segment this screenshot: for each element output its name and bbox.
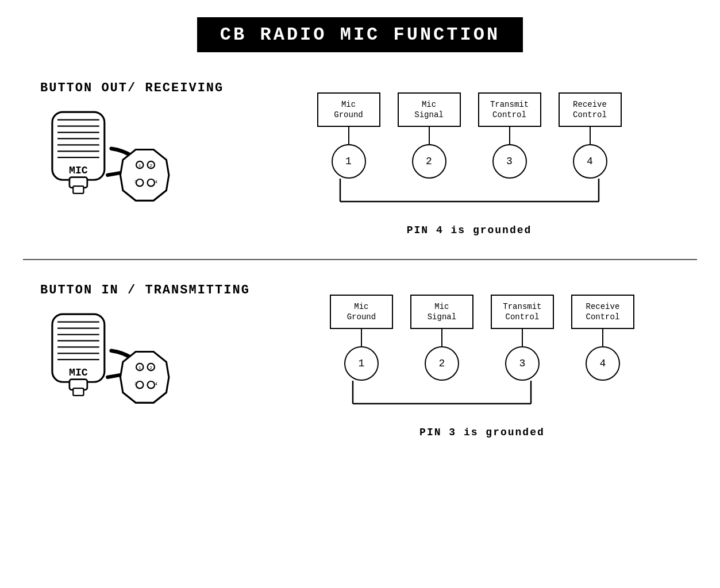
page-title-box: CB RADIO MIC FUNCTION	[197, 17, 523, 52]
svg-point-41	[148, 381, 155, 388]
s2-vline1	[330, 329, 393, 346]
section1-pin-labels-row: MicGround MicSignal TransmitControl Rece…	[317, 92, 622, 127]
svg-text:MIC: MIC	[69, 165, 88, 176]
section2-ground-svg-container	[284, 381, 680, 421]
section2-pin3-label: TransmitControl	[491, 295, 554, 329]
s2-vline4	[571, 329, 634, 346]
page-title: CB RADIO MIC FUNCTION	[220, 24, 500, 45]
svg-point-18	[148, 179, 155, 186]
section1-label: BUTTON OUT/ RECEIVING	[40, 81, 224, 95]
svg-text:MIC: MIC	[69, 367, 88, 378]
vline4	[559, 127, 622, 144]
svg-text:1: 1	[138, 163, 141, 168]
section1-pin2-label: MicSignal	[398, 92, 461, 127]
section2-ground-svg	[321, 381, 643, 421]
section1-mic-diagram: MIC 1 2 3	[40, 107, 178, 222]
section1-pin1-label: MicGround	[317, 92, 380, 127]
section2-pin2-circle: 2	[425, 346, 459, 381]
section1-pin2-circle: 2	[412, 144, 446, 179]
section2-circles-row: 1 2 3 4	[330, 346, 634, 381]
section2-pin4-label: ReceiveControl	[571, 295, 634, 329]
section2-pin3-circle: 3	[505, 346, 540, 381]
svg-rect-10	[73, 186, 83, 194]
section-2: BUTTON IN / TRANSMITTING MIC	[23, 277, 697, 455]
svg-text:4: 4	[155, 179, 157, 184]
section2-pin1-wrapper: 1	[330, 346, 393, 381]
section1-pin3-label: TransmitControl	[478, 92, 541, 127]
svg-point-40	[136, 381, 143, 388]
section1-ground-note: PIN 4 is grounded	[407, 225, 532, 236]
section2-pin3-wrapper: 3	[491, 346, 554, 381]
section1-pin4-wrapper: 4	[559, 144, 622, 179]
svg-text:4: 4	[155, 381, 157, 386]
section-1: BUTTON OUT/ RECEIVING MIC	[23, 75, 697, 253]
section2-pin2-label: MicSignal	[410, 295, 473, 329]
section2-mic-diagram: MIC 1 2 3 4	[40, 309, 178, 424]
section1-ground-svg	[309, 179, 630, 219]
vline1	[317, 127, 380, 144]
svg-rect-33	[73, 388, 83, 396]
section2-pin1-label: MicGround	[330, 295, 393, 329]
s2-vline2	[410, 329, 473, 346]
section1-pin-diagram: MicGround MicSignal TransmitControl Rece…	[259, 92, 680, 236]
section1-ground-svg-container	[259, 179, 680, 219]
section2-vlines	[330, 329, 634, 346]
svg-text:2: 2	[149, 163, 152, 168]
svg-point-17	[136, 179, 143, 186]
section2-ground-note: PIN 3 is grounded	[419, 427, 545, 438]
section2-pin4-circle: 4	[586, 346, 620, 381]
connector-svg-1: 1 2 3 4	[103, 124, 178, 216]
section-divider	[23, 259, 697, 260]
section2-left: BUTTON IN / TRANSMITTING MIC	[40, 283, 250, 424]
section1-pin4-label: ReceiveControl	[559, 92, 622, 127]
section1-pin3-circle: 3	[492, 144, 527, 179]
section2-label: BUTTON IN / TRANSMITTING	[40, 283, 250, 297]
section1-circles-row: 1 2 3 4	[317, 144, 622, 179]
section1-vlines	[317, 127, 622, 144]
section2-pin-labels-row: MicGround MicSignal TransmitControl Rece…	[330, 295, 634, 329]
svg-marker-11	[120, 149, 168, 200]
svg-marker-34	[120, 351, 168, 403]
section1-pin1-circle: 1	[332, 144, 366, 179]
vline3	[478, 127, 541, 144]
section2-pin4-wrapper: 4	[571, 346, 634, 381]
s2-vline3	[491, 329, 554, 346]
connector-svg-2: 1 2 3 4	[103, 326, 178, 418]
section1-pin1-wrapper: 1	[317, 144, 380, 179]
section1-left: BUTTON OUT/ RECEIVING MIC	[40, 81, 224, 222]
section1-pin3-wrapper: 3	[478, 144, 541, 179]
svg-text:2: 2	[149, 365, 152, 370]
vline2	[398, 127, 461, 144]
section1-pin2-wrapper: 2	[398, 144, 461, 179]
section1-pin4-circle: 4	[573, 144, 607, 179]
section2-pin-diagram: MicGround MicSignal TransmitControl Rece…	[284, 295, 680, 438]
section2-pin2-wrapper: 2	[410, 346, 473, 381]
section2-pin1-circle: 1	[344, 346, 379, 381]
section2-right: MicGround MicSignal TransmitControl Rece…	[284, 283, 680, 438]
section1-right: MicGround MicSignal TransmitControl Rece…	[259, 81, 680, 236]
svg-text:1: 1	[138, 365, 141, 370]
